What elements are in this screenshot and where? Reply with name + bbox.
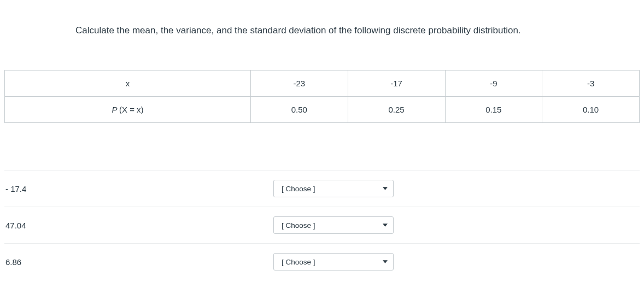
cell: -9 — [445, 70, 542, 97]
table-row: P (X = x) 0.50 0.25 0.15 0.10 — [5, 97, 640, 123]
cell: -17 — [348, 70, 445, 97]
match-row: 6.86 [ Choose ] — [4, 243, 640, 280]
match-value: - 17.4 — [4, 184, 273, 193]
chevron-down-icon — [382, 259, 388, 264]
matching-area: - 17.4 [ Choose ] 47.04 [ Choose ] 6.86 — [4, 170, 640, 280]
chevron-down-icon — [382, 186, 388, 191]
match-value: 47.04 — [4, 221, 273, 230]
select-label: [ Choose ] — [282, 258, 315, 266]
cell: -3 — [542, 70, 640, 97]
p-label-prefix: P — [112, 105, 119, 114]
match-row: - 17.4 [ Choose ] — [4, 170, 640, 207]
cell: 0.25 — [348, 97, 445, 123]
match-select[interactable]: [ Choose ] — [273, 180, 394, 197]
match-row: 47.04 [ Choose ] — [4, 207, 640, 243]
match-select[interactable]: [ Choose ] — [273, 253, 394, 271]
select-label: [ Choose ] — [282, 185, 315, 193]
chevron-down-icon — [382, 222, 388, 228]
row-header-p: P (X = x) — [5, 97, 251, 123]
match-value: 6.86 — [4, 257, 273, 267]
select-label: [ Choose ] — [282, 221, 315, 230]
cell: 0.50 — [251, 97, 348, 123]
p-label-paren: (X = x) — [119, 105, 144, 114]
cell: 0.10 — [542, 97, 640, 123]
cell: 0.15 — [445, 97, 542, 123]
cell: -23 — [251, 70, 348, 97]
table-row: x -23 -17 -9 -3 — [5, 70, 640, 97]
match-select[interactable]: [ Choose ] — [273, 216, 394, 234]
row-header-x: x — [5, 70, 251, 97]
question-prompt: Calculate the mean, the variance, and th… — [0, 0, 644, 36]
probability-table: x -23 -17 -9 -3 P (X = x) 0.50 0.25 0.15… — [4, 70, 640, 123]
